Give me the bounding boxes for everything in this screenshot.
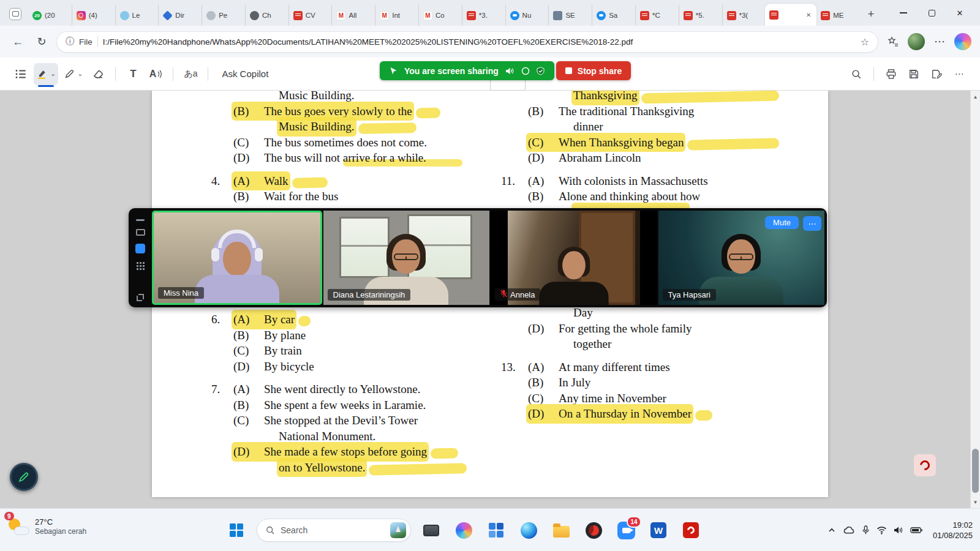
tab[interactable]: Le (115, 5, 159, 26)
video-button[interactable] (136, 229, 145, 236)
microphone-icon[interactable] (862, 525, 870, 535)
active-app-button[interactable] (135, 244, 145, 253)
save-as-button[interactable] (927, 63, 946, 85)
tab[interactable]: (4) (72, 5, 115, 26)
tab[interactable]: SE (548, 5, 592, 26)
minimize-strip-button[interactable] (136, 219, 145, 221)
page-info-icon[interactable]: ⓘ (66, 36, 74, 47)
gallery-view-button[interactable] (136, 261, 145, 271)
tab[interactable]: Pe (202, 5, 245, 26)
erase-tool-button[interactable] (88, 63, 108, 85)
stop-share-button[interactable]: Stop share (556, 61, 631, 80)
wifi-icon[interactable] (876, 526, 887, 534)
zoom-participant-tile[interactable]: Tya Hapsari (658, 211, 825, 305)
profile-avatar[interactable] (908, 33, 925, 50)
tab[interactable]: Nu (505, 5, 549, 26)
read-aloud-button[interactable]: A (146, 63, 165, 85)
tab[interactable]: *5. (679, 5, 722, 26)
taskbar-word-button[interactable]: W (646, 518, 671, 542)
volume-icon[interactable] (894, 526, 903, 534)
close-tab-button[interactable]: ✕ (805, 12, 812, 18)
ask-copilot-button[interactable]: Ask Copilot (216, 69, 274, 79)
tab-title: Dir (175, 12, 197, 19)
expand-button[interactable] (137, 294, 144, 301)
open-in-acrobat-button[interactable] (914, 454, 936, 476)
scrollbar[interactable]: ▲ ▼ (970, 91, 980, 508)
divider (115, 67, 116, 81)
annotate-pen-button[interactable] (10, 463, 38, 491)
more-tools-button[interactable]: ⋯ (949, 63, 969, 85)
taskbar-edge-button[interactable] (516, 518, 541, 542)
minimize-button[interactable] (889, 2, 918, 24)
highlight-tool-button[interactable]: ⌄ (34, 63, 58, 85)
option-text: She went directly to Yellowstone. (264, 381, 420, 397)
contents-button[interactable] (11, 63, 31, 85)
tab[interactable]: MAll (331, 5, 375, 26)
timer-icon[interactable] (521, 67, 530, 75)
taskbar-acrobat-button[interactable] (679, 518, 703, 542)
chevron-down-icon[interactable]: ⌄ (77, 70, 83, 78)
back-button[interactable]: ← (9, 32, 27, 51)
save-button[interactable] (904, 63, 924, 85)
tab[interactable]: 20(20 (28, 5, 72, 26)
taskbar-copilot-button[interactable] (451, 518, 476, 542)
zoom-more-button[interactable]: ⋯ (803, 216, 821, 231)
search-document-button[interactable] (846, 63, 866, 85)
favorites-button[interactable] (884, 32, 902, 51)
scrollbar-thumb[interactable] (972, 449, 979, 493)
new-tab-button[interactable]: + (862, 6, 880, 23)
refresh-button[interactable]: ↻ (32, 32, 51, 51)
start-button[interactable] (224, 518, 249, 542)
taskbar-desktop-button[interactable] (419, 518, 443, 542)
chevron-down-icon[interactable]: ⌄ (50, 70, 56, 78)
tab-actions-button[interactable] (5, 5, 26, 23)
tab[interactable]: MCo (418, 5, 462, 26)
copilot-icon[interactable] (954, 33, 971, 50)
weather-widget[interactable]: 9 27°C Sebagian cerah (7, 516, 86, 537)
battery-icon[interactable] (910, 527, 922, 534)
shield-check-icon[interactable] (537, 67, 545, 75)
scroll-down-arrow[interactable]: ▼ (971, 497, 980, 507)
taskbar-explorer-button[interactable] (549, 518, 573, 542)
tab[interactable]: ME (816, 5, 860, 26)
taskbar-clock[interactable]: 19:02 01/08/2025 (933, 520, 973, 541)
tab[interactable]: Sa (592, 5, 635, 26)
onedrive-icon[interactable] (843, 526, 855, 534)
question-line: (B)She spent a few weeks in Laramie. (211, 397, 467, 413)
maximize-button[interactable] (918, 2, 946, 24)
option-text: She spent a few weeks in Laramie. (264, 397, 426, 413)
taskbar-search[interactable]: Search (257, 519, 411, 542)
zoom-participant-tile[interactable]: Diana Lestariningsih (323, 211, 490, 305)
tab[interactable]: MInt (375, 5, 418, 26)
zoom-participant-tile[interactable]: Annela (491, 211, 657, 305)
browser-menu-button[interactable]: ⋯ (930, 32, 949, 51)
print-button[interactable] (881, 63, 901, 85)
search-highlight-thumbnail[interactable] (390, 522, 406, 538)
tray-overflow-button[interactable] (827, 526, 836, 534)
taskbar-zoom-button[interactable]: 14 (614, 518, 638, 542)
scroll-up-arrow[interactable]: ▲ (971, 92, 980, 102)
add-text-button[interactable]: T (123, 63, 143, 85)
taskbar-app-red-button[interactable] (581, 518, 606, 542)
option-letter: (D) (528, 321, 559, 337)
taskbar-office-button[interactable] (484, 518, 508, 542)
question-number (211, 413, 233, 429)
tab[interactable]: *C (635, 5, 679, 26)
translate-button[interactable]: あa (181, 63, 200, 85)
answer-option: (B)She spent a few weeks in Laramie. (233, 397, 426, 413)
tab[interactable]: Dir (158, 5, 202, 26)
face (562, 251, 586, 279)
speaker-icon[interactable] (505, 67, 514, 75)
tab[interactable]: CV (288, 5, 332, 26)
zoom-participant-tile[interactable]: Miss Nina (152, 211, 322, 305)
question-line: (B)Wait for the bus (211, 189, 440, 204)
tab[interactable]: *3( (722, 5, 766, 26)
draw-tool-button[interactable]: ⌄ (61, 63, 85, 85)
close-window-button[interactable]: ✕ (946, 2, 974, 24)
tab[interactable]: *3. (462, 5, 505, 26)
tab[interactable]: Ch (245, 5, 288, 26)
add-favorite-star-icon[interactable]: ☆ (861, 36, 869, 48)
address-bar[interactable]: ⓘ File I:/File%20my%20Handphone/WhatsApp… (56, 31, 878, 53)
zoom-mute-button[interactable]: Mute (765, 216, 799, 229)
tab-active[interactable]: ✕ (765, 4, 816, 26)
